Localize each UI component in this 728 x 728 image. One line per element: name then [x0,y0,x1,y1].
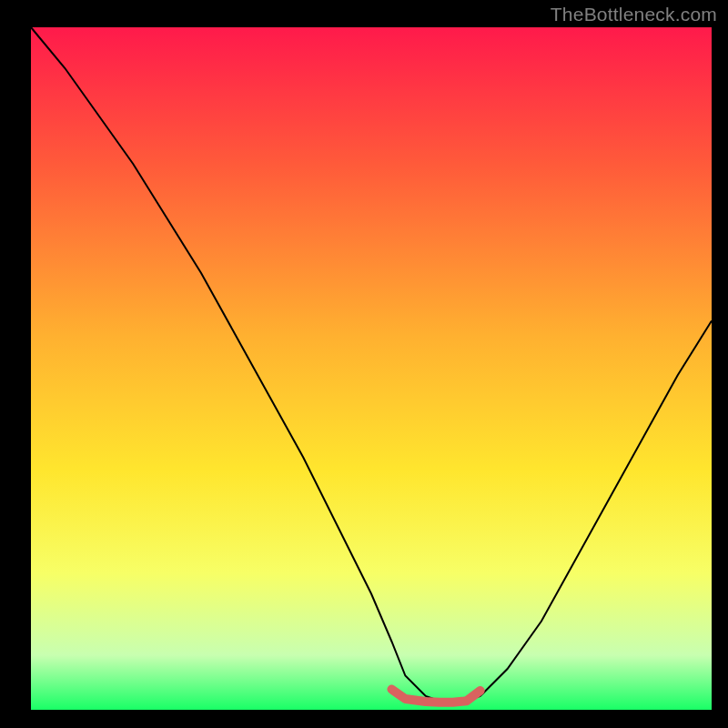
bottleneck-chart [0,0,728,728]
watermark-text: TheBottleneck.com [551,4,717,25]
plot-background [31,27,712,710]
chart-frame: TheBottleneck.com [0,0,728,728]
